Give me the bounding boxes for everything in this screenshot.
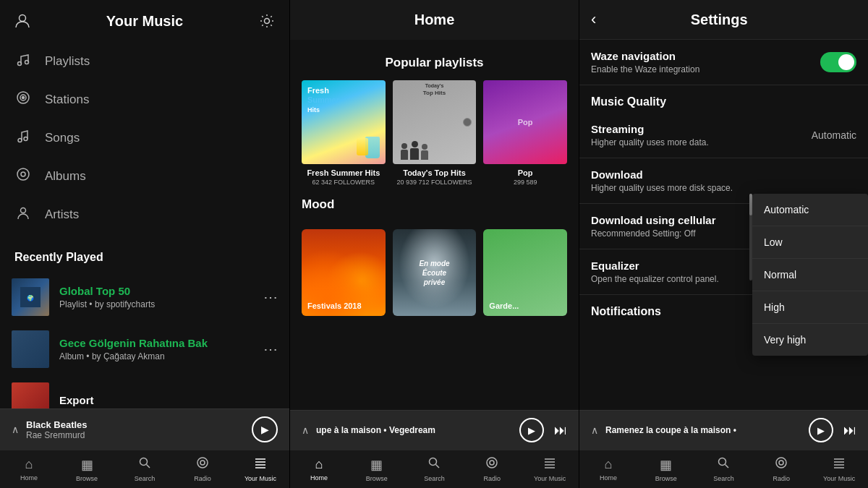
fresh-summer-followers: 62 342 FOLLOWERS (302, 179, 386, 186)
nav-browse[interactable]: ▦ Browse (58, 450, 116, 488)
user-icon[interactable] (12, 10, 33, 32)
panel-settings: ‹ Settings Waze navigation Enable the Wa… (579, 0, 868, 488)
player-track-name: upe à la maison • Vegedream (316, 425, 512, 435)
top-hits-img: Today's Top Hits (393, 80, 477, 164)
nav-radio[interactable]: Radio (463, 450, 521, 488)
nav-your-music[interactable]: Your Music (231, 450, 289, 488)
home-icon: ⌂ (25, 457, 33, 472)
svg-point-3 (25, 61, 29, 64)
playlist-grid: FreshSummerHits Fresh Summer Hits 62 342… (290, 80, 579, 197)
artist-icon (14, 205, 32, 223)
nav-home[interactable]: ⌂ Home (0, 450, 58, 488)
sidebar-item-songs[interactable]: Songs (0, 119, 289, 157)
nav-your-music[interactable]: Your Music (521, 450, 579, 488)
track-info: Gece Gölgenin Rahatına Bak Album • by Ça… (59, 337, 253, 361)
download-info: Download Higher quality uses more disk s… (591, 168, 856, 193)
streaming-row[interactable]: Streaming Higher quality uses more data.… (579, 113, 868, 158)
nav-home[interactable]: ⌂ Home (579, 450, 637, 488)
next-track-icon[interactable]: ⏭ (843, 423, 856, 438)
radio-icon (14, 90, 32, 108)
svg-point-14 (140, 458, 148, 466)
chevron-up-icon[interactable]: ∧ (591, 424, 598, 436)
mood-card-ecoute[interactable]: En modeÉcoute privée (393, 229, 477, 316)
mood-grid: Festivals 2018 En modeÉcoute privée Gard… (302, 229, 567, 316)
right-now-playing: ∧ Ramenez la coupe à la maison • ▶ ⏭ (579, 410, 868, 450)
playlist-card-top-hits[interactable]: Today's Top Hits Today's T (393, 80, 477, 186)
player-controls: ▶ ⏭ (519, 418, 567, 442)
settings-header: ‹ Settings (579, 0, 868, 40)
sidebar-item-stations[interactable]: Stations (0, 80, 289, 119)
sidebar-item-artists[interactable]: Artists (0, 195, 289, 234)
svg-point-11 (21, 208, 26, 213)
dropdown-option-low[interactable]: Low (752, 226, 868, 259)
dropdown-option-high[interactable]: High (752, 291, 868, 324)
svg-point-2 (18, 62, 22, 66)
nav-search[interactable]: Search (695, 450, 753, 488)
song-icon (14, 129, 32, 147)
library-icon (254, 456, 267, 473)
nav-your-music[interactable]: Your Music (810, 450, 868, 488)
music-note-icon (14, 52, 32, 70)
list-item[interactable]: 🌍 Global Top 50 Playlist • by spotifycha… (0, 271, 289, 323)
dropdown-option-automatic[interactable]: Automatic (752, 194, 868, 226)
nav-home[interactable]: ⌂ Home (290, 450, 348, 488)
next-track-icon[interactable]: ⏭ (554, 423, 567, 438)
play-button[interactable]: ▶ (519, 418, 544, 442)
play-button[interactable]: ▶ (809, 418, 833, 442)
svg-point-6 (22, 97, 25, 99)
browse-icon: ▦ (370, 457, 383, 473)
nav-browse[interactable]: ▦ Browse (637, 450, 695, 488)
waze-toggle[interactable] (820, 52, 856, 72)
albums-label: Albums (45, 169, 86, 184)
mood-card-garden[interactable]: Garde... (483, 229, 567, 316)
settings-icon[interactable] (256, 10, 278, 32)
home-icon: ⌂ (604, 457, 612, 472)
player-controls: ▶ ⏭ (809, 418, 856, 442)
bottom-navigation: ⌂ Home ▦ Browse Search Radio Your Music (0, 450, 289, 488)
download-label: Download (591, 168, 856, 181)
home-icon: ⌂ (315, 457, 323, 472)
playlist-card-fresh-summer[interactable]: FreshSummerHits Fresh Summer Hits 62 342… (302, 80, 386, 186)
player-track-artist: Rae Sremmurd (26, 430, 244, 440)
back-button[interactable]: ‹ (591, 10, 596, 29)
your-music-header: Your Music (0, 0, 289, 42)
nav-search[interactable]: Search (116, 450, 174, 488)
nav-radio[interactable]: Radio (752, 450, 810, 488)
list-item[interactable]: Gece Gölgenin Rahatına Bak Album • by Ça… (0, 323, 289, 375)
svg-line-23 (436, 465, 440, 468)
album-icon (14, 167, 32, 185)
playlist-card-pop[interactable]: Pop Pop 299 589 (483, 80, 567, 186)
play-button[interactable]: ▶ (252, 416, 278, 442)
right-bottom-navigation: ⌂ Home ▦ Browse Search Radio Your Music (579, 450, 868, 488)
chevron-up-icon[interactable]: ∧ (302, 424, 309, 436)
svg-point-16 (197, 458, 208, 468)
nav-search[interactable]: Search (406, 450, 464, 488)
fresh-summer-name: Fresh Summer Hits (302, 168, 386, 177)
track-info: Export (59, 394, 278, 408)
mood-card-festivals[interactable]: Festivals 2018 (302, 229, 386, 316)
streaming-info: Streaming Higher quality uses more data. (591, 123, 812, 147)
more-options-icon[interactable]: ⋯ (263, 341, 278, 358)
more-options-icon[interactable]: ⋯ (263, 288, 278, 306)
playlists-label: Playlists (45, 54, 90, 69)
nav-radio[interactable]: Radio (174, 450, 231, 488)
track-name: Export (59, 394, 278, 406)
sidebar-item-albums[interactable]: Albums (0, 157, 289, 195)
pop-img: Pop (483, 80, 567, 164)
home-title: Home (414, 12, 455, 27)
home-content: Popular playlists FreshSummerHits Fresh … (290, 40, 579, 410)
download-sub: Higher quality uses more disk space. (591, 183, 856, 193)
nav-browse[interactable]: ▦ Browse (348, 450, 406, 488)
waze-navigation-row: Waze navigation Enable the Waze integrat… (579, 40, 868, 85)
dropdown-option-very-high[interactable]: Very high (752, 324, 868, 356)
svg-point-7 (18, 139, 22, 142)
list-item[interactable]: Export (0, 375, 289, 408)
svg-point-17 (200, 461, 205, 465)
search-icon (717, 456, 730, 473)
festivals-label: Festivals 2018 (307, 301, 362, 310)
dropdown-option-normal[interactable]: Normal (752, 259, 868, 291)
chevron-up-icon[interactable]: ∧ (12, 424, 19, 435)
radio-nav-icon (775, 456, 788, 473)
svg-point-32 (776, 458, 786, 468)
sidebar-item-playlists[interactable]: Playlists (0, 42, 289, 80)
